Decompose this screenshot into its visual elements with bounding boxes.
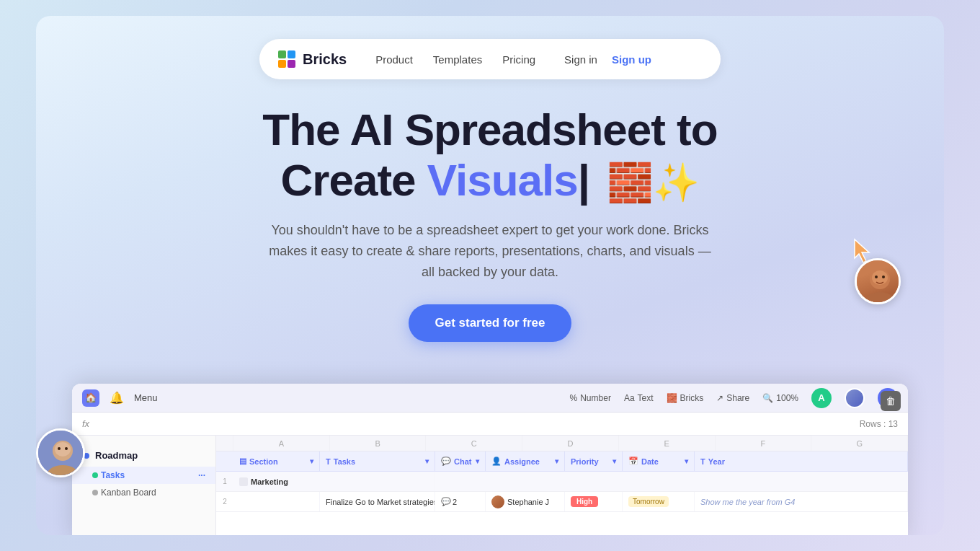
col-header-chat[interactable]: 💬 Chat ▾ — [435, 451, 486, 471]
svg-point-14 — [65, 447, 68, 450]
sidebar-kanban-label: Kanban Board — [101, 488, 156, 498]
nav-link-pricing[interactable]: Pricing — [502, 53, 535, 66]
section-filter[interactable]: ▾ — [310, 457, 313, 465]
spreadsheet-sidebar: Roadmap Tasks ··· Kanban Board — [72, 436, 216, 535]
hero-title-highlight: Visuals — [427, 155, 578, 205]
row-num-1: 1 — [216, 477, 233, 485]
rows-info: Rows : 13 — [860, 419, 898, 429]
cell-priority: High — [565, 492, 623, 511]
svg-rect-3 — [288, 60, 295, 68]
sidebar-tasks[interactable]: Tasks ··· — [72, 467, 215, 484]
nav-logo[interactable]: Bricks — [277, 49, 347, 69]
col-header-priority[interactable]: Priority ▾ — [565, 451, 623, 471]
tasks-filter[interactable]: ▾ — [425, 457, 429, 465]
chat-filter[interactable]: ▾ — [476, 457, 479, 465]
bell-icon[interactable]: 🔔 — [110, 391, 124, 405]
col-header-tasks[interactable]: T Tasks ▾ — [320, 451, 435, 471]
spreadsheet-ui: 🏠 🔔 Menu % Number Aa Text 🧱 Bricks ↗ — [72, 384, 908, 535]
table-row: 2 Finalize Go to Market strategies 💬 2 S… — [216, 492, 908, 512]
sidebar-tasks-label: Tasks — [101, 470, 125, 480]
col-b: A — [233, 436, 330, 451]
toolbar-user-avatar-img — [845, 388, 865, 408]
cell-task[interactable]: Finalize Go to Market strategies — [320, 492, 435, 511]
bricks-logo-icon — [277, 49, 297, 69]
row-num-2: 2 — [216, 498, 233, 506]
toolbar-bricks[interactable]: 🧱 Bricks — [667, 393, 704, 403]
share-icon: ↗ — [716, 393, 723, 403]
col-header-section[interactable]: ▤ Section ▾ — [233, 451, 320, 471]
chat-icon: 💬 — [441, 457, 451, 466]
spreadsheet-body: Roadmap Tasks ··· Kanban Board — [72, 436, 908, 535]
table-section-marketing: 1 Marketing — [216, 472, 908, 492]
zoom-icon: 🔍 — [762, 393, 773, 403]
priority-badge: High — [571, 496, 598, 507]
toolbar-user-avatar-a: A — [811, 388, 832, 408]
nav-links: Product Templates Pricing — [375, 53, 535, 66]
hero-section: The AI Spreadsheet to Create Visuals| 🧱✨… — [262, 105, 717, 342]
svg-point-5 — [865, 292, 894, 304]
date-filter[interactable]: ▾ — [685, 457, 688, 465]
chat-count-icon: 💬 — [441, 497, 451, 506]
signin-link[interactable]: Sign in — [564, 53, 597, 66]
svg-point-13 — [58, 447, 61, 450]
col-h: G — [811, 436, 908, 451]
col-header-date[interactable]: 📅 Date ▾ — [623, 451, 695, 471]
column-headers: A B C D E F G — [216, 436, 908, 451]
col-c: B — [330, 436, 427, 451]
svg-point-12 — [55, 442, 71, 457]
cell-section — [233, 492, 320, 511]
sidebar-tasks-more[interactable]: ··· — [198, 470, 205, 480]
svg-rect-2 — [278, 60, 286, 68]
fx-label: fx — [82, 418, 89, 429]
nav-link-product[interactable]: Product — [375, 53, 413, 66]
svg-point-6 — [872, 270, 888, 285]
col-e: D — [522, 436, 619, 451]
cell-chat: 💬 2 — [435, 492, 486, 511]
col-f: E — [619, 436, 716, 451]
sidebar-roadmap-label: Roadmap — [95, 450, 138, 461]
menu-label[interactable]: Menu — [134, 392, 158, 403]
year-type-icon: T — [700, 457, 705, 466]
cta-button[interactable]: Get started for free — [409, 304, 571, 342]
spreadsheet-main: A B C D E F G ▤ Section ▾ — [216, 436, 908, 535]
nav-link-templates[interactable]: Templates — [433, 53, 482, 66]
svg-rect-0 — [278, 50, 286, 58]
signup-link[interactable]: Sign up — [612, 53, 651, 66]
svg-point-8 — [882, 276, 885, 278]
assignee-icon: 👤 — [491, 457, 502, 466]
col-g: F — [716, 436, 812, 451]
marketing-label: Marketing — [233, 472, 435, 491]
nav-actions: Sign in Sign up — [564, 53, 651, 66]
col-d: C — [426, 436, 522, 451]
mascot-emoji: 🧱✨ — [607, 162, 699, 205]
col-a — [216, 436, 233, 451]
user-avatar-top-right — [855, 258, 901, 304]
toolbar-text[interactable]: Aa Text — [624, 393, 654, 403]
hero-subtitle: You shouldn't have to be a spreadsheet e… — [267, 220, 713, 282]
percent-icon: % — [570, 393, 578, 403]
toolbar-number[interactable]: % Number — [570, 393, 611, 403]
svg-rect-1 — [288, 50, 295, 58]
section-icon: ▤ — [239, 457, 246, 466]
priority-filter[interactable]: ▾ — [612, 457, 616, 465]
tasks-icon: T — [326, 457, 331, 466]
logo-text: Bricks — [303, 51, 347, 68]
formula-bar: fx Rows : 13 — [72, 413, 908, 436]
date-icon: 📅 — [628, 457, 638, 466]
delete-button[interactable]: 🗑 — [881, 391, 901, 411]
toolbar-zoom[interactable]: 🔍 100% — [762, 393, 798, 403]
col-header-assignee[interactable]: 👤 Assignee ▾ — [486, 451, 565, 471]
hero-title-prefix: Create — [281, 155, 427, 205]
svg-point-7 — [875, 276, 878, 278]
table-header-row: ▤ Section ▾ T Tasks ▾ 💬 Chat ▾ — [216, 451, 908, 472]
home-icon[interactable]: 🏠 — [82, 389, 99, 407]
sidebar-kanban[interactable]: Kanban Board — [72, 484, 215, 501]
cell-date: Tomorrow — [623, 492, 695, 511]
toolbar-share[interactable]: ↗ Share — [716, 393, 749, 403]
assignee-avatar — [491, 495, 504, 508]
assignee-filter[interactable]: ▾ — [555, 457, 558, 465]
sidebar-dot-kanban — [92, 490, 98, 495]
bricks-icon-small: 🧱 — [667, 393, 677, 403]
cell-year[interactable]: Show me the year from G4 — [695, 492, 908, 511]
col-header-year[interactable]: T Year — [695, 451, 908, 471]
